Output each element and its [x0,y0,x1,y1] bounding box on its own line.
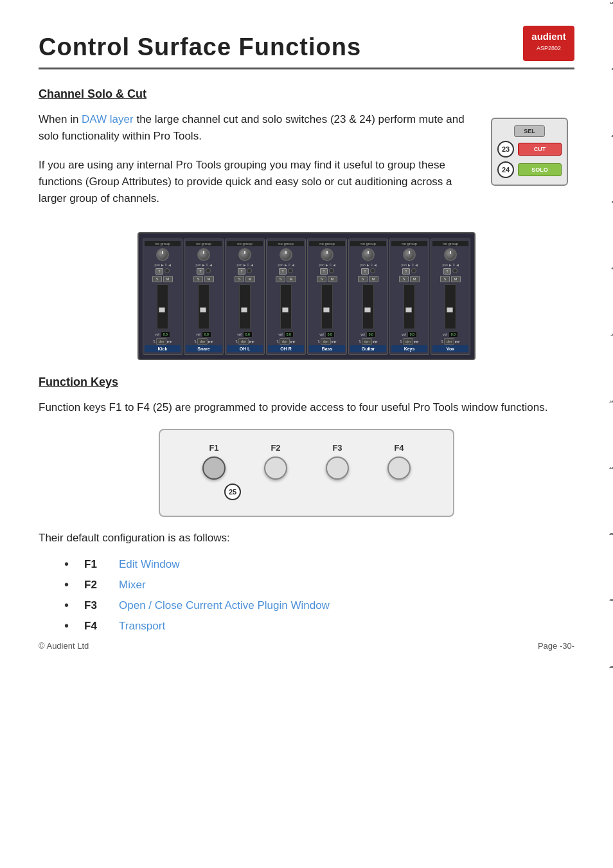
ch-name-kick: Kick [145,345,181,352]
ch-group-keys: no group [391,241,427,246]
channel-strip-bass: no group pan▶0◀ T S M [307,239,347,355]
fkey-f3-button[interactable] [326,457,349,480]
ch-fader-handle-vox [447,307,453,312]
ch-knob-vox [444,248,457,261]
ch-group-ohr: no group [268,241,304,246]
ch-sm-snare: S M [186,276,222,282]
ch-fader-handle-ohr [282,307,289,312]
ch-vol-bass: vol0.0 [309,331,345,338]
ch-group-guitar: no group [350,241,386,246]
ch-dyn-bass: ⇅dyn▶▶ [309,338,345,345]
svg-text:audient: audient [531,31,565,42]
fkey-f1-label: F1 [209,443,218,453]
solo-button: SOLO [518,163,562,176]
fkey-desc-f4: Transport [119,619,165,634]
function-keys-para1: Function keys F1 to F4 (25) are programm… [39,399,574,416]
daw-layer-highlight: DAW layer [82,113,134,125]
bullet-f4: • [64,619,69,633]
cut-solo-diagram: SEL 23 CUT 24 SOLO [491,118,574,186]
page-title: Control Surface Functions [39,33,361,61]
ch-vol-snare: vol0.0 [186,331,222,338]
function-keys-section: Function Keys Function keys F1 to F4 (25… [39,375,574,634]
ch-dyn-keys: ⇅dyn▶▶ [391,338,427,345]
ch-fader-bar-ohr [280,284,292,329]
ch-dyn-snare: ⇅dyn▶▶ [186,338,222,345]
footer: © Audient Ltd Page -30- [39,641,574,651]
bullet-f1: • [64,557,69,571]
channel-strip-kick: no group pan▶0◀ T S M [143,239,182,355]
fkey-f2-label: F2 [271,443,280,453]
fkeys-box: F1 F2 F3 F4 [159,429,454,517]
channel-strip-keys: no group pan▶0◀ T S M [389,239,429,355]
fkey-num-area: 25 [192,489,421,500]
ch-group-vox: no group [432,241,468,246]
ch-fader-bass: 12 6 4 2 0 -5 -10 -15 -20 -30 -40 [309,284,345,329]
channel-solo-section: Channel Solo & Cut When in DAW layer the… [39,87,574,219]
fkey-f2-button[interactable] [264,457,287,480]
mixer-container: no group pan▶0◀ T S M [39,232,574,360]
ch-name-bass: Bass [309,345,345,352]
ch-pan-guitar: pan▶0◀ [350,263,386,267]
ch-dyn-ohl: ⇅dyn▶▶ [227,338,263,345]
ch-fader-bar-vox [445,284,456,329]
channel-solo-text: When in DAW layer the large channel cut … [39,111,475,219]
function-keys-heading: Function Keys [39,375,574,389]
fkey-f1-button[interactable] [202,457,226,480]
ch-group-snare: no group [186,241,222,246]
ch-knob-guitar [362,248,375,261]
config-item-f1: • F1 Edit Window [64,557,574,572]
sel-button: SEL [514,125,545,137]
ch-group-bass: no group [309,241,345,246]
ch-knob-snare [197,248,210,261]
ch-sm-kick: S M [145,276,181,282]
ch-fader-handle-bass [323,307,330,312]
ch-fader-vox: 12 6 4 2 0 -5 -10 -15 -20 -30 -40 [432,284,468,329]
mixer-channels: no group pan▶0◀ T S M [143,239,470,355]
ch-knob-ohr [280,248,292,261]
ch-pan-ohl: pan▶0◀ [227,263,263,267]
cut-number: 23 [497,141,514,158]
ch-vol-ohr: vol0.0 [268,331,304,338]
fkey-id-f4: F4 [84,619,103,634]
channel-solo-para1: When in DAW layer the large channel cut … [39,111,475,145]
header-section: Control Surface Functions audient ASP280… [39,26,574,69]
ch-knob-ohl [238,248,251,261]
bullet-f2: • [64,577,69,592]
ch-group-kick: no group [145,241,181,246]
ch-pan-snare: pan▶0◀ [186,263,222,267]
ch-sm-ohr: S M [268,276,304,282]
logo-area: audient ASP2802 [523,26,574,61]
fkey-f4: F4 [387,443,411,480]
ch-name-vox: Vox [432,345,468,352]
channel-solo-heading: Channel Solo & Cut [39,87,574,101]
ch-fader-bar-snare [198,284,209,329]
fkey-f4-label: F4 [394,443,404,453]
fkey-f2: F2 [264,443,287,480]
ch-group-ohl: no group [227,241,263,246]
ch-knob-kick [156,248,169,261]
ch-dyn-guitar: ⇅dyn▶▶ [350,338,386,345]
para1-before: When in [39,113,82,125]
page-container: Control Surface Functions audient ASP280… [0,0,613,670]
ch-fader-kick: 12 6 4 2 0 -5 -10 -15 -20 -30 -40 [145,284,181,329]
ch-fader-handle-ohl [241,307,247,312]
ch-sm-ohl: S M [227,276,263,282]
cut-row: 23 CUT [497,141,562,158]
ch-fader-bar-kick [157,284,168,329]
ch-fader-bar-keys [404,284,415,329]
channel-strip-guitar: no group pan▶0◀ T S M [348,239,388,355]
ch-sm-keys: S M [391,276,427,282]
config-item-f4: • F4 Transport [64,619,574,634]
fkey-f3: F3 [326,443,349,480]
ch-fader-scale-vox: 12 6 4 2 0 -5 -10 -15 -20 -30 -40 [608,0,613,670]
ch-fader-handle-snare [200,307,206,312]
config-item-f3: • F3 Open / Close Current Active Plugin … [64,598,574,613]
ch-sm-vox: S M [432,276,468,282]
fkey-id-f2: F2 [84,577,103,593]
config-item-f2: • F2 Mixer [64,577,574,593]
fkey-f4-button[interactable] [387,457,411,480]
channel-strip-ohr: no group pan▶0◀ T S M [266,239,306,355]
footer-page: Page -30- [538,641,574,651]
fkey-id-f3: F3 [84,598,103,613]
ch-vol-vox: vol0.0 [432,331,468,338]
